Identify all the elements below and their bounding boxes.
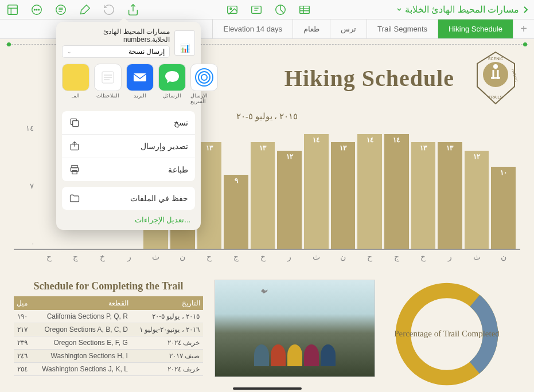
share-icon[interactable] (126, 3, 140, 17)
format-icon[interactable] (54, 3, 68, 17)
bar: ١٣ (251, 142, 275, 249)
numbers-doc-icon: 📊 (174, 30, 195, 56)
bar: ٩ (224, 175, 248, 249)
add-tab[interactable]: + (513, 19, 534, 38)
tab-schedule[interactable]: Hiking Schedule (438, 19, 513, 38)
svg-rect-18 (300, 6, 310, 13)
svg-point-34 (201, 75, 207, 80)
table-icon[interactable] (298, 3, 311, 17)
more-icon[interactable] (30, 3, 44, 17)
share-airdrop[interactable]: الإرسال السريع (190, 64, 218, 104)
inspector-icon[interactable] (6, 3, 20, 17)
bar: ١٣ (438, 142, 462, 249)
action-folder[interactable]: حفظ في الملفات (62, 187, 195, 210)
bar: ١٠ (491, 167, 516, 249)
action-copy[interactable]: نسخ (62, 111, 195, 135)
bar: ١٤ (357, 134, 382, 249)
chevron-right-icon (523, 5, 528, 14)
table-row[interactable]: ٢١٧Oregon Sections A, B, C, D٢٠١٦ ، يوني… (14, 323, 203, 336)
y-axis: ١٤ ٧ · (14, 124, 34, 249)
text-icon[interactable] (250, 3, 263, 17)
table-row[interactable]: ١٩٠California Sections P, Q, R٢٠١٥ ، يول… (14, 310, 203, 323)
svg-point-6 (38, 9, 40, 10)
chart-icon[interactable] (274, 3, 287, 17)
undo-icon (102, 3, 116, 17)
media-icon[interactable] (225, 3, 239, 17)
action-print[interactable]: طباعة (62, 158, 195, 181)
tab-gear[interactable]: ترس (330, 19, 367, 38)
share-messages[interactable]: الرسائل (158, 64, 186, 104)
svg-rect-41 (72, 171, 77, 174)
action-export[interactable]: تصدير وإرسال (62, 135, 195, 158)
tab-elevation[interactable]: Elevation 14 days (212, 19, 293, 38)
bar: ١٣ (197, 142, 222, 249)
svg-rect-37 (73, 121, 79, 127)
bar: ١٤ (384, 134, 409, 249)
table-row[interactable]: ٢٤٦Washington Sections H, Iصيف ٢٠١٧ (14, 350, 203, 363)
toolbar: مسارات المحيط الهادئ الخلابة (0, 0, 534, 19)
svg-rect-39 (72, 166, 77, 168)
svg-point-23 (493, 64, 498, 69)
schedule-title: Schedule for Completing the Trail (14, 280, 203, 293)
svg-point-13 (230, 7, 232, 9)
bar: ١٣ (331, 142, 356, 249)
home-indicator[interactable] (233, 387, 302, 390)
share-popover: 📊 مسارات المحيط الهادئ الخلابة.numbers إ… (56, 22, 201, 230)
bar: ١٤ (304, 134, 329, 249)
chevron-down-icon (397, 6, 402, 13)
x-axis: حجخرثنحجخرثنحجخرثن (14, 250, 520, 261)
share-more[interactable]: المـ (62, 64, 89, 104)
bar: ١٣ (411, 142, 436, 249)
tab-food[interactable]: طعام (293, 19, 330, 38)
table-row[interactable]: ٢٣٩Oregon Sections E, F, Gخريف ٢٠٢٤ (14, 336, 203, 350)
brush-icon[interactable] (78, 3, 92, 17)
bar: ١٢ (277, 151, 302, 249)
popover-filename: مسارات المحيط الهادئ الخلابة.numbers (62, 28, 170, 44)
svg-point-4 (34, 9, 35, 10)
table-row[interactable]: ٢٥٤Washington Sections J, K, Lخريف ٢٠٢٤ (14, 363, 203, 376)
schedule-table[interactable]: Schedule for Completing the Trail ميل ال… (14, 280, 203, 389)
share-notes[interactable]: الملاحظات (94, 64, 122, 104)
trails-logo: SCENICTRAILSPACIFIC (471, 49, 520, 107)
document-title[interactable]: مسارات المحيط الهادئ الخلابة (397, 4, 528, 15)
bar: ١٢ (465, 151, 489, 249)
send-copy-select[interactable]: إرسال نسخة ⌄ (62, 45, 170, 58)
svg-text:TRAILS: TRAILS (489, 95, 503, 99)
share-mail[interactable]: البريد (126, 64, 154, 104)
svg-text:SCENIC: SCENIC (488, 57, 503, 61)
svg-point-5 (36, 9, 37, 10)
trail-photo[interactable] (215, 280, 375, 377)
svg-rect-0 (8, 5, 18, 14)
donut-label: Percentage of Trail Completed (394, 328, 500, 340)
svg-rect-33 (134, 73, 146, 81)
page-title: Hiking Schedule (284, 65, 454, 92)
completion-donut[interactable]: Percentage of Trail Completed (387, 280, 507, 389)
svg-rect-14 (252, 6, 262, 13)
tab-segments[interactable]: Trail Segments (367, 19, 438, 38)
svg-point-35 (198, 72, 210, 83)
edit-actions-link[interactable]: تعديل الإجراءات... (62, 210, 195, 224)
